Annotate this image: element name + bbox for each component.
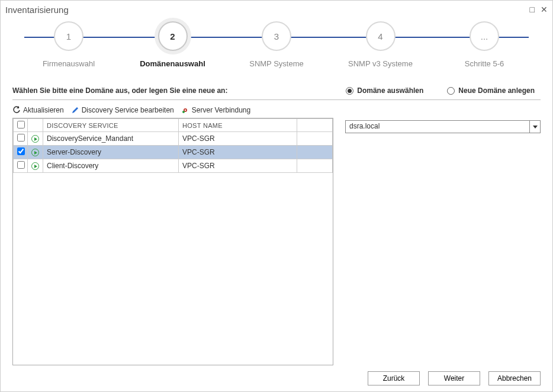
refresh-button[interactable]: Aktualisieren (12, 106, 64, 114)
radio-icon (346, 87, 353, 95)
stepper: 1Firmenauswahl2Domänenauswahl3SNMP Syste… (24, 21, 529, 75)
select-all-checkbox[interactable] (17, 121, 25, 128)
cell-extra (297, 132, 333, 146)
next-button[interactable]: Weiter (428, 371, 480, 385)
cancel-button[interactable]: Abbrechen (488, 371, 541, 385)
step-label: Firmenauswahl (43, 59, 95, 68)
footer: Zurück Weiter Abbrechen (12, 365, 541, 385)
steps: 1Firmenauswahl2Domänenauswahl3SNMP Syste… (24, 21, 529, 68)
maximize-icon[interactable]: □ (530, 5, 535, 14)
refresh-label: Aktualisieren (23, 106, 64, 114)
cell-service: Client-Discovery (43, 159, 179, 173)
step-circle: 1 (54, 21, 83, 51)
domain-combo-value: dsra.local (346, 121, 529, 133)
header-extra (297, 119, 333, 132)
edit-service-label: Discovery Service bearbeiten (82, 106, 174, 114)
header-service[interactable]: DISCOVERY SERVICE (43, 119, 179, 132)
gear-icon (181, 106, 189, 114)
radio-select-label: Domäne auswählen (357, 86, 423, 95)
left-panel: Aktualisieren Discovery Service bearbeit… (12, 105, 333, 365)
table-row[interactable]: Server-DiscoveryVPC-SGR (14, 146, 333, 159)
radio-create-label: Neue Domäne anlegen (458, 86, 535, 95)
row-checkbox[interactable] (17, 161, 25, 169)
cell-extra (297, 159, 333, 173)
step-4[interactable]: 4SNMP v3 Systeme (336, 21, 425, 68)
step-label: SNMP v3 Systeme (348, 59, 413, 68)
step-label: Domänenauswahl (140, 59, 205, 68)
step-3[interactable]: 3SNMP Systeme (232, 21, 321, 68)
svg-point-2 (182, 111, 185, 113)
step-1[interactable]: 1Firmenauswahl (24, 21, 113, 68)
play-icon[interactable] (31, 149, 39, 156)
header-host[interactable]: HOST NAME (179, 119, 297, 132)
server-connection-button[interactable]: Server Verbindung (181, 106, 250, 114)
radio-icon (447, 87, 455, 95)
server-connection-label: Server Verbindung (192, 106, 250, 114)
cell-service: Server-Discovery (43, 146, 179, 159)
radio-create-domain[interactable]: Neue Domäne anlegen (447, 86, 535, 95)
chevron-down-icon (533, 126, 538, 128)
svg-point-1 (185, 110, 186, 111)
content: 1Firmenauswahl2Domänenauswahl3SNMP Syste… (1, 18, 552, 391)
discovery-table-wrap: DISCOVERY SERVICE HOST NAME DiscoverySer… (12, 118, 333, 365)
step-label: SNMP Systeme (249, 59, 304, 68)
table-row[interactable]: Client-DiscoveryVPC-SGR (14, 159, 333, 173)
cell-host: VPC-SGR (179, 132, 297, 146)
play-icon[interactable] (31, 135, 39, 143)
row-checkbox[interactable] (17, 134, 25, 142)
instruction-text: Wählen Sie bitte eine Domäne aus, oder l… (12, 86, 346, 95)
back-button[interactable]: Zurück (368, 371, 420, 385)
step-circle: 4 (366, 21, 396, 51)
step-circle: ... (470, 21, 499, 51)
instruction-row: Wählen Sie bitte eine Domäne aus, oder l… (12, 86, 541, 95)
cell-host: VPC-SGR (179, 146, 297, 159)
window-title: Inventarisierung (5, 5, 530, 15)
close-icon[interactable]: ✕ (541, 5, 548, 14)
discovery-table: DISCOVERY SERVICE HOST NAME DiscoverySer… (13, 118, 333, 173)
play-icon[interactable] (31, 162, 39, 170)
refresh-icon (12, 106, 21, 114)
table-row[interactable]: DiscoveryService_MandantVPC-SGR (14, 132, 333, 146)
main-area: Aktualisieren Discovery Service bearbeit… (12, 105, 541, 365)
row-checkbox[interactable] (17, 147, 25, 155)
domain-combo-button[interactable] (529, 121, 540, 133)
step-2[interactable]: 2Domänenauswahl (128, 21, 217, 68)
titlebar: Inventarisierung □ ✕ (1, 1, 552, 18)
step-5[interactable]: ...Schritte 5-6 (440, 21, 529, 68)
radio-group: Domäne auswählen Neue Domäne anlegen (346, 86, 535, 95)
edit-service-button[interactable]: Discovery Service bearbeiten (71, 106, 174, 114)
header-checkbox-col (14, 119, 28, 132)
step-circle: 3 (262, 21, 291, 51)
separator (12, 99, 541, 100)
table-header-row: DISCOVERY SERVICE HOST NAME (14, 119, 333, 132)
cell-service: DiscoveryService_Mandant (43, 132, 179, 146)
cell-host: VPC-SGR (179, 159, 297, 173)
step-label: Schritte 5-6 (465, 59, 504, 68)
domain-combo[interactable]: dsra.local (345, 120, 541, 133)
radio-select-domain[interactable]: Domäne auswählen (346, 86, 423, 95)
titlebar-buttons: □ ✕ (530, 5, 548, 14)
toolbar: Aktualisieren Discovery Service bearbeit… (12, 105, 333, 118)
cell-extra (297, 146, 333, 159)
right-panel: dsra.local (345, 105, 541, 365)
step-circle: 2 (158, 21, 188, 51)
wizard-window: Inventarisierung □ ✕ 1Firmenauswahl2Domä… (0, 0, 553, 392)
pencil-icon (71, 106, 79, 114)
header-run-col (28, 119, 43, 132)
